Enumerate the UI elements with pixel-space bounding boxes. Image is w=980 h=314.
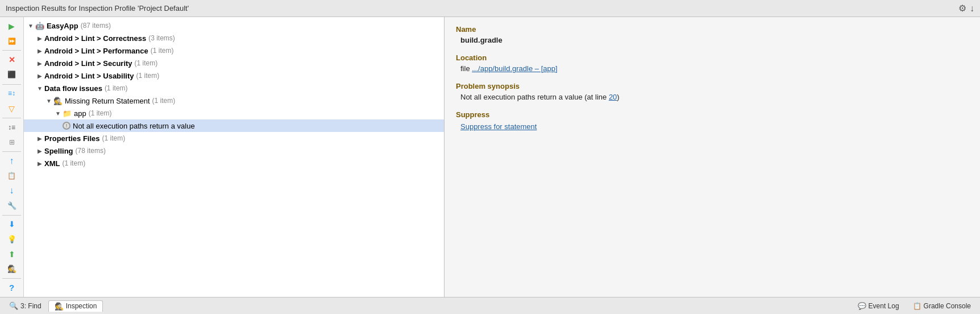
- tree-count-security: (1 item): [135, 59, 158, 67]
- expand-arrow-dataflow[interactable]: ▼: [35, 84, 44, 93]
- find-tab[interactable]: 🔍 3: Find: [3, 300, 47, 311]
- copy-button[interactable]: 📋: [4, 169, 20, 183]
- location-prefix: file: [460, 64, 472, 73]
- problem-line-link[interactable]: 20: [609, 93, 617, 101]
- tree-item-missing-return[interactable]: ▼ 🕵 Missing Return Statement (1 item): [24, 94, 444, 107]
- gradle-console-label: Gradle Console: [924, 302, 971, 310]
- import-button[interactable]: ⬇: [4, 217, 20, 231]
- tree-count-missing-return: (1 item): [152, 97, 176, 105]
- toolbar-divider-4: [2, 151, 21, 152]
- expand-arrow-missing-return[interactable]: ▼: [44, 96, 53, 105]
- inspection-tab-label: Inspection: [66, 302, 97, 310]
- problem-text-end: ): [617, 93, 619, 101]
- tree-item-app[interactable]: ▼ 📁 app (1 item): [24, 107, 444, 119]
- bottom-right-tabs: 💬 Event Log 📋 Gradle Console: [852, 301, 977, 311]
- name-section: Name build.gradle: [456, 25, 969, 44]
- toolbar-divider-5: [2, 215, 21, 216]
- tree-item-easyapp[interactable]: ▼ 🤖 EasyApp (87 items): [24, 19, 444, 32]
- inspection-tab[interactable]: 🕵 Inspection: [48, 300, 103, 312]
- event-log-label: Event Log: [869, 302, 899, 310]
- tree-item-xml[interactable]: ▶ XML (1 item): [24, 157, 444, 170]
- tree-label-xml: XML: [44, 159, 60, 168]
- tree-item-usability[interactable]: ▶ Android > Lint > Usability (1 item): [24, 69, 444, 82]
- gradle-console-icon: 📋: [913, 302, 921, 310]
- settings-btn[interactable]: ⚙: [958, 3, 966, 14]
- problem-text-main: Not all execution paths return a value (…: [460, 93, 609, 101]
- problem-text: Not all execution paths return a value (…: [456, 93, 969, 101]
- toolbar-divider-1: [2, 50, 21, 51]
- tree-item-security[interactable]: ▶ Android > Lint > Security (1 item): [24, 57, 444, 69]
- expand-arrow-easyapp[interactable]: ▼: [26, 21, 35, 30]
- tree-label-easyapp: EasyApp: [47, 22, 78, 30]
- tree-count-usability: (1 item): [136, 72, 159, 80]
- location-link[interactable]: .../app/build.gradle – [app]: [472, 64, 557, 73]
- tree-count-dataflow: (1 item): [105, 84, 128, 92]
- tree-item-correctness[interactable]: ▶ Android > Lint > Correctness (3 items): [24, 32, 444, 44]
- warning-icon: !: [63, 122, 70, 130]
- expand-arrow-properties[interactable]: ▶: [35, 134, 44, 143]
- tree-item-not-all-paths[interactable]: ! Not all execution paths return a value: [24, 119, 444, 132]
- find-tab-icon: 🔍: [9, 301, 18, 310]
- spy-button[interactable]: 🕵: [4, 262, 20, 276]
- expand-arrow-correctness[interactable]: ▶: [35, 34, 44, 43]
- filter-button[interactable]: ▽: [4, 102, 20, 115]
- tree-label-performance: Android > Lint > Performance: [44, 47, 148, 55]
- tree-count-xml: (1 item): [62, 159, 85, 167]
- tree-count-correctness: (3 items): [148, 34, 175, 42]
- tree-item-spelling[interactable]: ▶ Spelling (78 items): [24, 144, 444, 157]
- tree-count-app: (1 item): [89, 109, 112, 117]
- event-log-tab[interactable]: 💬 Event Log: [852, 301, 905, 311]
- tree-label-correctness: Android > Lint > Correctness: [44, 34, 146, 43]
- name-value: build.gradle: [456, 36, 969, 44]
- main-container: ▶ ⏩ ✕ ⬛ ≡↕ ▽ ↕≡ ⊞ ↑ 📋 ↓ 🔧 ⬇ 💡 ⬆ 🕵 ? ▼ 🤖 …: [0, 17, 980, 297]
- suppress-link[interactable]: Suppress for statement: [460, 122, 537, 131]
- bulb-button[interactable]: 💡: [4, 233, 20, 246]
- up-button[interactable]: ↑: [4, 154, 20, 168]
- expand-arrow-security[interactable]: ▶: [35, 59, 44, 68]
- problem-section: Problem synopsis Not all execution paths…: [456, 82, 969, 101]
- expand-arrow-xml[interactable]: ▶: [35, 159, 44, 168]
- folder-icon-app: 📁: [63, 109, 72, 118]
- rerun-button[interactable]: ⏩: [4, 34, 20, 48]
- window-title: Inspection Results for Inspection Profil…: [6, 4, 189, 13]
- tree-count-performance: (1 item): [151, 47, 174, 55]
- tree-label-missing-return: Missing Return Statement: [65, 97, 150, 105]
- toolbar-divider-6: [2, 278, 21, 279]
- location-text: file .../app/build.gradle – [app]: [456, 64, 969, 73]
- problem-heading: Problem synopsis: [456, 82, 969, 90]
- name-heading: Name: [456, 25, 969, 34]
- tree-label-dataflow: Data flow issues: [44, 84, 102, 93]
- expand-arrow-performance[interactable]: ▶: [35, 46, 44, 55]
- spy-icon-missing-return: 🕵: [53, 96, 63, 105]
- down-button[interactable]: ↓: [4, 184, 20, 197]
- expand-all-button[interactable]: ≡↕: [4, 86, 20, 100]
- title-bar-actions: ⚙ ↓: [958, 3, 974, 14]
- location-heading: Location: [456, 53, 969, 62]
- help-button[interactable]: ?: [4, 281, 20, 295]
- detail-panel: Name build.gradle Location file .../app/…: [445, 17, 980, 297]
- expand-arrow-usability[interactable]: ▶: [35, 71, 44, 80]
- find-tab-label: 3: Find: [20, 302, 41, 310]
- stop-button[interactable]: ✕: [4, 53, 20, 67]
- tree-panel[interactable]: ▼ 🤖 EasyApp (87 items) ▶ Android > Lint …: [24, 17, 445, 297]
- sort-button[interactable]: ↕≡: [4, 121, 20, 134]
- suppress-section: Suppress Suppress for statement: [456, 110, 969, 131]
- run-button[interactable]: ▶: [4, 19, 20, 33]
- tree-count-properties: (1 item): [102, 134, 126, 142]
- tree-item-properties[interactable]: ▶ Properties Files (1 item): [24, 132, 444, 144]
- export2-button[interactable]: ⬆: [4, 247, 20, 261]
- minimize-btn[interactable]: ↓: [970, 3, 974, 14]
- wrench-button[interactable]: 🔧: [4, 199, 20, 212]
- export-button[interactable]: ⬛: [4, 68, 20, 81]
- suppress-heading: Suppress: [456, 110, 969, 119]
- expand-arrow-spelling[interactable]: ▶: [35, 146, 44, 155]
- gradle-console-tab[interactable]: 📋 Gradle Console: [907, 301, 977, 311]
- tree-item-performance[interactable]: ▶ Android > Lint > Performance (1 item): [24, 44, 444, 57]
- group-button[interactable]: ⊞: [4, 135, 20, 149]
- expand-arrow-app[interactable]: ▼: [53, 109, 63, 118]
- tree-label-spelling: Spelling: [44, 147, 73, 155]
- toolbar-divider-2: [2, 84, 21, 85]
- tree-item-dataflow[interactable]: ▼ Data flow issues (1 item): [24, 82, 444, 94]
- tree-count-spelling: (78 items): [76, 147, 106, 155]
- tree-label-usability: Android > Lint > Usability: [44, 72, 134, 80]
